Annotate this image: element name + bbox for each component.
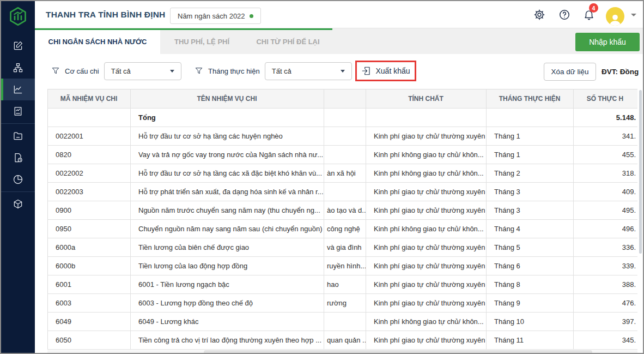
cell-extra: và gia đình xyxy=(324,238,366,257)
cell-tinh-chat: Kinh phí không giao tự chủ/ khôn... xyxy=(366,313,487,331)
table-row[interactable]: 6001 6001 - Tiền lương ngạch bậc hao Kin… xyxy=(48,275,638,294)
table-row[interactable]: 0900 Nguồn năm trước chuyển sang năm nay… xyxy=(48,201,638,220)
cell-tinh-chat xyxy=(366,109,487,127)
filter-co-cau-chi: Cơ cấu chi Tất cả xyxy=(51,61,181,81)
cell-extra: hao xyxy=(324,275,366,294)
table-row[interactable]: 0022002 Hỗ trợ đầu tư cơ sở hạ tầng các … xyxy=(48,164,638,183)
cell-ten: Chuyển nguồn năm nay sang năm sau (chi c… xyxy=(131,220,324,238)
cell-tinh-chat: Kinh phí giao tự chủ/ thường xuyên xyxy=(366,183,487,201)
sidebar-item-report[interactable] xyxy=(1,100,35,122)
cell-ten: Tiền công trả cho vị trí lao động thường… xyxy=(131,331,324,350)
cell-extra xyxy=(324,127,366,146)
table-row[interactable]: 0950 Chuyển nguồn năm nay sang năm sau (… xyxy=(48,220,638,238)
sidebar-item-pie-report[interactable] xyxy=(1,169,35,190)
table-row[interactable]: 6000a Tiền lương của biên chế được giao … xyxy=(48,238,638,257)
cell-thang: Tháng 1 xyxy=(487,146,574,164)
table-row[interactable]: 6003 6003 - Lương hợp đồng theo chế độ r… xyxy=(48,294,638,313)
table-row[interactable]: 0820 Vay và trả nợ gốc vay trong nước củ… xyxy=(48,146,638,164)
chevron-down-icon xyxy=(170,70,174,73)
sidebar-item-pending-file[interactable] xyxy=(1,147,35,169)
horizontal-scrollbar xyxy=(47,350,637,354)
import-button[interactable]: Nhập khẩu xyxy=(575,33,640,51)
cell-ten: 6049 - Lương khác xyxy=(131,313,324,331)
col-header-thang[interactable]: THÁNG THỰC HIỆN xyxy=(487,89,574,109)
export-button-highlighted[interactable]: Xuất khẩu xyxy=(355,61,416,81)
cell-so-thuc-hien: 496. xyxy=(574,220,638,238)
col-header-extra[interactable] xyxy=(324,89,366,109)
compose-icon xyxy=(13,40,23,51)
export-button-label: Xuất khẩu xyxy=(375,67,410,75)
cell-so-thuc-hien: 5.148. xyxy=(574,109,638,127)
co-cau-chi-select[interactable]: Tất cả xyxy=(104,62,181,80)
cell-ma: 6001 xyxy=(48,275,131,294)
sidebar-item-compose[interactable] xyxy=(1,35,35,57)
cell-ten: 6001 - Tiền lương ngạch bậc xyxy=(131,275,324,294)
vertical-scrollbar-thumb[interactable] xyxy=(639,90,642,254)
table-row[interactable]: 6000b Tiền lương của lao động hợp đồng r… xyxy=(48,257,638,275)
cell-thang: Tháng 3 xyxy=(487,183,574,201)
horizontal-scrollbar-thumb[interactable] xyxy=(204,350,592,354)
settings-button[interactable] xyxy=(533,9,545,21)
cell-thang xyxy=(487,109,574,127)
cell-extra xyxy=(324,109,366,127)
table-row[interactable]: Tổng 5.148. xyxy=(48,109,638,127)
cell-tinh-chat: Kinh phí giao tự chủ/ thường xuyên xyxy=(366,331,487,350)
table-row[interactable]: 6049 6049 - Lương khác Kinh phí không gi… xyxy=(48,313,638,331)
avatar-person-icon xyxy=(608,13,622,26)
cell-so-thuc-hien: 388. xyxy=(574,275,638,294)
sidebar-item-folder[interactable] xyxy=(1,125,35,147)
clear-data-button[interactable]: Xóa dữ liệu xyxy=(544,63,596,81)
cell-tinh-chat: Kinh phí giao tự chủ/ thường xuyên xyxy=(366,257,487,275)
cell-tinh-chat: Kinh phí giao tự chủ/ thường xuyên xyxy=(366,127,487,146)
cell-so-thuc-hien: 336. xyxy=(574,238,638,257)
cell-thang: Tháng 8 xyxy=(487,275,574,294)
budget-year-button[interactable]: Năm ngân sách 2022 xyxy=(170,8,261,24)
cell-thang: Tháng 1 xyxy=(487,127,574,146)
cell-thang: Tháng 6 xyxy=(487,257,574,275)
cell-thang: Tháng 5 xyxy=(487,238,574,257)
table-row[interactable]: 6050 Tiền công trả cho vị trí lao động t… xyxy=(48,331,638,350)
cell-so-thuc-hien: 476. xyxy=(574,294,638,313)
filter-label: Tháng thực hiện xyxy=(208,67,260,75)
cell-thang: Tháng 4 xyxy=(487,220,574,238)
cell-tinh-chat: Kinh phí giao tự chủ/ thường xuyên xyxy=(366,238,487,257)
col-header-ma[interactable]: MÃ NHIỆM VỤ CHI xyxy=(48,89,131,109)
filter-funnel-icon xyxy=(51,67,60,75)
cell-thang: Tháng 11 xyxy=(487,331,574,350)
cell-ten: Tổng xyxy=(131,109,324,127)
sidebar xyxy=(1,1,35,353)
col-header-tinh-chat[interactable]: TÍNH CHẤT xyxy=(366,89,487,109)
cell-extra: công nghệ xyxy=(324,220,366,238)
tab-thu-phi[interactable]: THU PHÍ, LỆ PHÍ xyxy=(160,30,244,54)
cell-ma: 6000b xyxy=(48,257,131,275)
cell-tinh-chat: Kinh phí không giao tự chủ/ khôn... xyxy=(366,146,487,164)
table-row[interactable]: 0022001 Hỗ trợ đầu tư cơ sở hạ tầng các … xyxy=(48,127,638,146)
cell-extra: rường xyxy=(324,294,366,313)
cell-ma: 0022001 xyxy=(48,127,131,146)
cell-ma: 6049 xyxy=(48,313,131,331)
select-value: Tất cả xyxy=(111,67,131,75)
file-clock-icon xyxy=(13,152,23,163)
table-row[interactable]: 0022003 Hỗ trợ phát triển sản xuất, đa d… xyxy=(48,183,638,201)
folder-icon xyxy=(13,130,23,141)
cell-ten: Hỗ trợ đầu tư cơ sở hạ tầng các xã đặc b… xyxy=(131,164,324,183)
sidebar-item-org-chart[interactable] xyxy=(1,57,35,79)
tab-chi-ngan-sach[interactable]: CHI NGÂN SÁCH NHÀ NƯỚC xyxy=(35,30,160,54)
cell-ma xyxy=(48,109,131,127)
filter-funnel-icon xyxy=(195,67,203,75)
help-button[interactable] xyxy=(558,9,570,21)
tab-bar: CHI NGÂN SÁCH NHÀ NƯỚC THU PHÍ, LỆ PHÍ C… xyxy=(35,28,644,54)
sidebar-item-statistics[interactable] xyxy=(1,79,35,100)
cell-extra: ào tạo và d... xyxy=(324,201,366,220)
col-header-so-thuc-hien[interactable]: SỐ THỰC H xyxy=(574,89,638,109)
report-chart-icon xyxy=(13,106,23,117)
tab-chi-tu-phi[interactable]: CHI TỪ PHÍ ĐỂ LẠI xyxy=(244,30,332,54)
col-header-ten[interactable]: TÊN NHIỆM VỤ CHI xyxy=(131,89,324,109)
profile-caret-icon[interactable] xyxy=(631,14,636,16)
cell-so-thuc-hien: 409. xyxy=(574,183,638,201)
thang-thuc-hien-select[interactable]: Tất cả xyxy=(265,62,352,80)
sidebar-item-modules[interactable] xyxy=(1,193,35,215)
cell-extra: àn xã hội xyxy=(324,164,366,183)
unit-label: ĐVT: Đồng xyxy=(602,63,639,81)
user-avatar[interactable] xyxy=(606,7,624,26)
